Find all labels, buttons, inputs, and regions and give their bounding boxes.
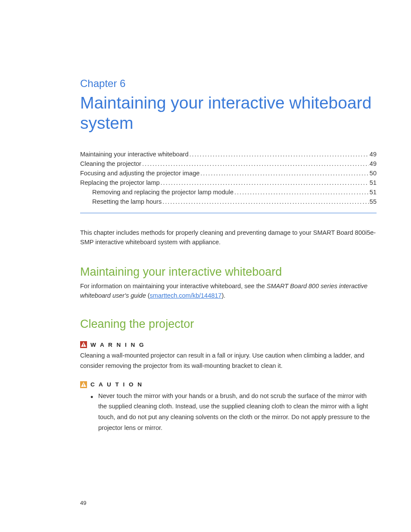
toc-label: Resetting the lamp hours [92, 198, 162, 205]
caution-icon [80, 381, 87, 388]
warning-header: W A R N I N G [80, 341, 377, 348]
toc-label: Maintaining your interactive whiteboard [80, 151, 188, 158]
page-number: 49 [80, 500, 86, 506]
toc-entry[interactable]: Cleaning the projector 49 [80, 160, 377, 167]
toc-label: Removing and replacing the projector lam… [92, 189, 234, 196]
chapter-label: Chapter 6 [80, 78, 377, 90]
warning-label: W A R N I N G [90, 342, 145, 348]
toc-page-number: 55 [370, 198, 377, 205]
text: ). [221, 292, 225, 299]
warning-text: Cleaning a wall-mounted projector can re… [80, 351, 377, 370]
caution-label: C A U T I O N [90, 381, 143, 388]
kb-link[interactable]: smarttech.com/kb/144817 [150, 292, 222, 299]
section1-paragraph: For information on maintaining your inte… [80, 281, 377, 301]
divider [80, 213, 377, 213]
warning-callout: W A R N I N G Cleaning a wall-mounted pr… [80, 341, 377, 370]
section-heading-cleaning: Cleaning the projector [80, 317, 377, 331]
chapter-title: Maintaining your interactive whiteboard … [80, 93, 377, 134]
caution-bullet-item: Never touch the mirror with your hands o… [92, 391, 377, 433]
toc-leader-dots [162, 198, 369, 205]
text: ( [146, 292, 150, 299]
toc-page-number: 49 [370, 151, 377, 158]
toc-entry[interactable]: Maintaining your interactive whiteboard … [80, 151, 377, 158]
document-page: Chapter 6 Maintaining your interactive w… [0, 0, 411, 532]
toc-label: Focusing and adjusting the projector ima… [80, 170, 199, 177]
toc-entry[interactable]: Focusing and adjusting the projector ima… [80, 170, 377, 177]
svg-rect-5 [83, 386, 84, 386]
toc-page-number: 51 [370, 189, 377, 196]
toc-leader-dots [142, 160, 369, 167]
toc-page-number: 50 [370, 170, 377, 177]
toc-page-number: 51 [370, 179, 377, 186]
section-heading-maintaining: Maintaining your interactive whiteboard [80, 265, 377, 279]
caution-callout: C A U T I O N Never touch the mirror wit… [80, 381, 377, 433]
toc-entry[interactable]: Removing and replacing the projector lam… [80, 189, 377, 196]
toc-leader-dots [189, 151, 368, 158]
svg-rect-2 [83, 346, 84, 347]
caution-bullets: Never touch the mirror with your hands o… [80, 391, 377, 433]
toc-leader-dots [234, 189, 369, 196]
toc-label: Cleaning the projector [80, 160, 141, 167]
toc-entry[interactable]: Resetting the lamp hours 55 [80, 198, 377, 205]
intro-paragraph: This chapter includes methods for proper… [80, 228, 377, 247]
table-of-contents: Maintaining your interactive whiteboard … [80, 151, 377, 205]
toc-entry[interactable]: Replacing the projector lamp 51 [80, 179, 377, 186]
toc-label: Replacing the projector lamp [80, 179, 160, 186]
caution-header: C A U T I O N [80, 381, 377, 388]
svg-rect-4 [83, 383, 84, 385]
toc-leader-dots [200, 170, 369, 177]
text: For information on maintaining your inte… [80, 283, 267, 289]
toc-leader-dots [161, 179, 369, 186]
svg-rect-1 [83, 344, 84, 345]
warning-icon [80, 341, 87, 348]
toc-page-number: 49 [370, 160, 377, 167]
